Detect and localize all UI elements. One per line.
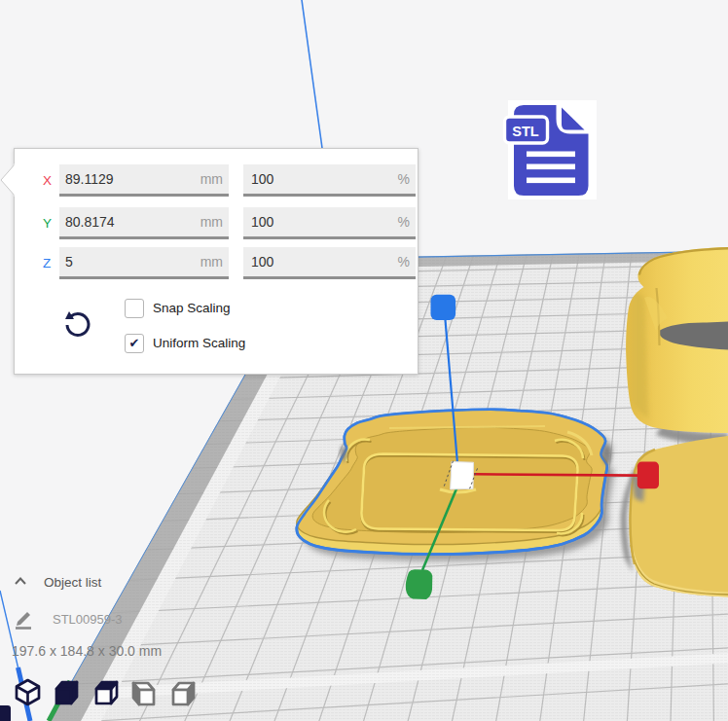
svg-text:STL: STL (512, 124, 539, 139)
